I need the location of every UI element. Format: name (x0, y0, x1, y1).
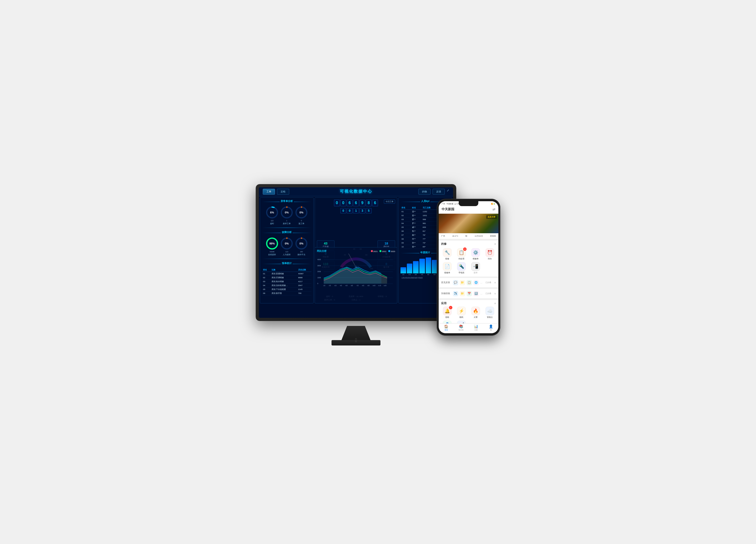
kpi-line-left (401, 202, 420, 202)
feedback-icon-1[interactable]: 💬 (453, 280, 458, 285)
kpi-col-name: 姓名 (411, 206, 422, 210)
gauge-circle-rework: 0% (295, 206, 308, 219)
nav-tabs: 工单 定检 (263, 189, 289, 195)
report-line-right (293, 264, 311, 264)
xiu-header: 的修 ∧ (441, 242, 496, 246)
app-icon-repairform[interactable]: 📄 报修单 (441, 262, 453, 274)
weather-condition: 晴 (465, 235, 467, 238)
lostfound-toggle[interactable]: ∨ (494, 292, 496, 295)
scene-container: 工单 定检 可视化数据中心 的物 反馈 ⤢ (256, 184, 500, 360)
nav-knowledge-label: 智识库 (458, 329, 464, 331)
svg-text:2000: 2000 (317, 271, 321, 272)
lostfound-icon-3[interactable]: 📅 (467, 291, 472, 296)
phone: 广州 中国联通 ▲ 3.5K/s 4:18 📶🔋 中关新园 ⇄ 北京大学 (437, 199, 500, 336)
pending-badge: 43 (463, 248, 467, 251)
app-icon-fire[interactable]: 🔥 火警 (470, 306, 482, 318)
phone-notch (459, 201, 478, 206)
report-title: 报单统计 (282, 262, 292, 265)
lostfound-collapsed-label: 已折叠 (485, 292, 491, 295)
number-display-top: 0 0 6 6 9 8 6 (334, 200, 378, 206)
repair-icon: ⚙️ (471, 248, 480, 257)
num-6: 6 (372, 200, 378, 206)
lostfound-icon-1[interactable]: ✈️ (453, 291, 458, 296)
gauge-label-manmade: 人为损坏 (283, 253, 291, 256)
bar-label-may: 5月 (427, 273, 429, 276)
num-b1: 0 (347, 208, 353, 214)
gauge-label-misop: 操作不当 (298, 253, 305, 256)
pipeline-label: 管线云 (487, 316, 493, 318)
tab-feedback[interactable]: 反馈 (433, 189, 445, 195)
gauge-circle-natural: 99% (265, 237, 279, 250)
phone-content[interactable]: 北京大学 广州 28.3°C 晴 10月26日 星期四 的修 ∧ (439, 214, 498, 326)
feedback-icon-3[interactable]: 📋 (467, 280, 472, 285)
feedback-icon-4[interactable]: 🌐 (473, 280, 479, 285)
annual-title: 年度统计 (420, 251, 430, 254)
gauge-value-badreview: 0% (285, 211, 289, 214)
repair-label: 维修单 (473, 258, 479, 260)
app-icon-flashlight[interactable]: 🔦 手电筒 (455, 262, 468, 274)
feedback-icon-2[interactable]: 📁 (460, 280, 465, 285)
pending-label: 待处理 (458, 258, 464, 260)
dashboard-header: 工单 定检 可视化数据中心 的物 反馈 ⤢ (259, 187, 453, 196)
title-line-left (262, 202, 280, 202)
app-icon-baoxiu[interactable]: 🔧 报修 (441, 248, 453, 260)
weather-city: 广州 (441, 235, 445, 238)
nav-analysis[interactable]: 📊 分析 (469, 324, 483, 331)
phone-app-header: 中关新园 ⇄ (439, 206, 498, 214)
svg-text:3月: 3月 (334, 285, 337, 286)
feedback-icons: 💬 📁 📋 🌐 … (453, 280, 482, 285)
tab-workorder[interactable]: 工单 (263, 189, 275, 195)
table-row: 05类别.下水道疏通2145 (262, 287, 311, 291)
app-icon-repair[interactable]: ⚙️ 维修单 (470, 248, 482, 260)
gauge-natural: 99% 53346 自然损坏 (265, 237, 279, 256)
app-icon-patrol[interactable]: 🔔 1 巡检 (441, 306, 453, 318)
apps-section: 应用 ∧ 🔔 1 巡检 (439, 300, 498, 326)
repairform-label: 报修单 (444, 272, 450, 274)
profile-icon: 👤 (489, 324, 493, 328)
analysis-icon: 📊 (474, 324, 478, 328)
nav-knowledge[interactable]: 📚 智识库 (454, 324, 469, 331)
apps-arrow[interactable]: ∧ (494, 302, 496, 304)
app-icon-accept[interactable]: 📲 接单 (470, 262, 482, 274)
nav-profile[interactable]: 👤 我 (483, 324, 498, 331)
lostfound-icon-2[interactable]: 📁 (460, 291, 465, 296)
lostfound-title: 失物招领 (441, 292, 450, 295)
report-title-bar: 报单统计 (262, 262, 311, 267)
repairform-icon: 📄 (443, 262, 452, 271)
xiu-section: 的修 ∧ 🔧 报修 (439, 241, 498, 276)
xiu-arrow[interactable]: ∧ (494, 243, 496, 245)
lostfound-icon-4[interactable]: ⬆️ (473, 291, 479, 296)
tab-dewu[interactable]: 的物 (418, 189, 431, 195)
app-icon-pending[interactable]: 📋 43 待处理 (455, 248, 468, 260)
gauge-label-timeout: 超时 (270, 222, 274, 225)
feedback-section: 意见反馈 💬 📁 📋 🌐 … 已折叠 ∨ (439, 278, 498, 287)
baoxiu-label: 报修 (445, 258, 449, 260)
table-row: 03类别.热水维修4217 (262, 279, 311, 283)
todo-label: 待办 (488, 258, 492, 260)
tab-inspection[interactable]: 定检 (277, 189, 289, 195)
report-col-name: 过象 (271, 268, 297, 272)
app-icon-pipeline[interactable]: ☁️ 管线云 (484, 306, 496, 318)
svg-text:3000: 3000 (317, 265, 321, 266)
kpi-col-rank: 排名 (401, 206, 411, 210)
feedback-toggle[interactable]: ∨ (494, 281, 496, 284)
expand-icon[interactable]: ⤢ (447, 189, 449, 195)
trend-chart-svg: 4000 3000 2000 1000 0 (317, 255, 395, 289)
gauge-misop: 0% 160 操作不当 (295, 237, 308, 256)
dashboard-grid: 异常单分析 (259, 196, 453, 318)
app-icon-energy[interactable]: ⚡ 能耗 (455, 306, 468, 318)
app-icon-todo[interactable]: ⏰ 待办 (484, 248, 496, 260)
svg-text:5月: 5月 (345, 285, 348, 286)
apple-logo-icon:  (355, 337, 357, 343)
gauge-label-rework: 返工单 (298, 222, 304, 225)
number-display-bottom: 0 0 1 3 5 (340, 208, 372, 214)
todo-icon: ⏰ (485, 248, 494, 257)
apps-title: 应用 (441, 301, 447, 305)
left-panel: 异常单分析 (260, 197, 314, 303)
pending-icon: 📋 43 (457, 248, 466, 257)
phone-menu-icon[interactable]: ⇄ (493, 207, 495, 211)
nav-home[interactable]: 🏠 首页 (439, 324, 454, 331)
gauge-count-natural: 53346 (270, 251, 274, 253)
energy-label: 能耗 (459, 316, 463, 318)
svg-text:9月: 9月 (367, 285, 370, 286)
